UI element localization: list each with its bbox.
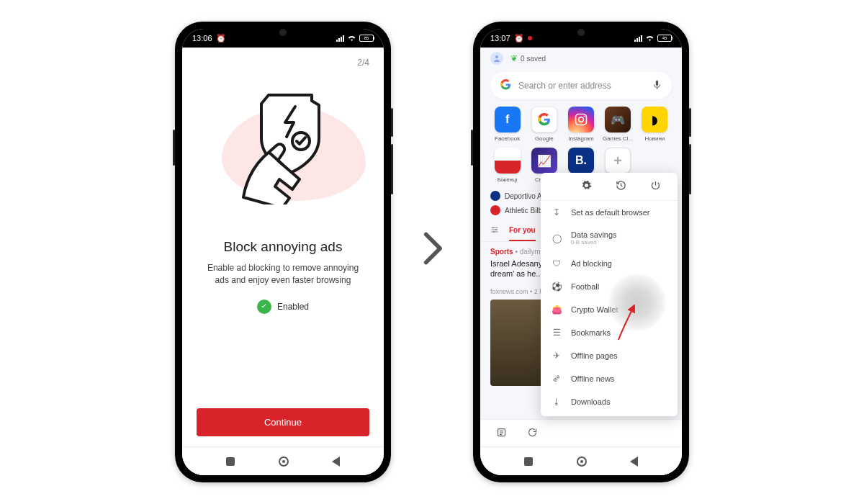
leaf-icon: ❦ <box>510 53 518 63</box>
search-bar[interactable]: Search or enter address <box>490 72 672 99</box>
camera-notch <box>279 29 287 36</box>
side-button <box>173 130 175 166</box>
status-time: 13:07 <box>490 34 510 42</box>
home-icon[interactable] <box>279 456 289 467</box>
svg-point-8 <box>493 231 495 233</box>
adblock-illustration <box>197 68 369 219</box>
gear-icon[interactable] <box>581 180 592 193</box>
profile-avatar-icon[interactable] <box>490 52 503 65</box>
google-logo-icon <box>500 79 511 92</box>
android-nav-bar <box>182 446 384 475</box>
signal-icon <box>634 35 642 42</box>
android-nav-bar <box>480 446 682 475</box>
svg-point-6 <box>492 227 494 228</box>
menu-item-football[interactable]: ⚽Football <box>541 275 678 298</box>
svg-point-5 <box>584 115 585 117</box>
camera-notch <box>577 29 585 36</box>
airplane-icon: ✈ <box>551 351 562 361</box>
menu-item-ad-blocking[interactable]: 🛡Ad blocking <box>541 252 678 275</box>
svg-point-1 <box>495 55 498 58</box>
alarm-icon: ⏰ <box>514 34 524 43</box>
signal-icon <box>336 35 344 42</box>
phone-frame-onboarding: 13:06 ⏰ 85 2/4 <box>175 22 391 482</box>
speed-dial-grid: fFacebook Google Instagram 🎮Games Cl... … <box>480 107 682 183</box>
menu-item-downloads[interactable]: ⭳Downloads <box>541 390 678 413</box>
tab-for-you[interactable]: For you <box>509 220 536 241</box>
recents-icon[interactable] <box>226 457 235 466</box>
side-button <box>689 144 691 194</box>
svg-point-7 <box>495 229 497 230</box>
default-browser-icon: ↧ <box>551 207 562 217</box>
menu-item-bookmarks[interactable]: ☰Bookmarks <box>541 321 678 344</box>
power-icon[interactable] <box>650 180 661 193</box>
side-button <box>391 108 393 137</box>
home-icon[interactable] <box>577 456 587 467</box>
enabled-label: Enabled <box>277 302 309 312</box>
bookmarks-icon: ☰ <box>551 328 562 338</box>
menu-item-crypto-wallet[interactable]: 👛Crypto Wallet <box>541 298 678 321</box>
status-time: 13:06 <box>192 34 212 42</box>
speed-dial-news[interactable]: ◗Новини <box>638 107 672 142</box>
team-badge-icon <box>490 205 500 215</box>
menu-item-data-savings[interactable]: ◯Data savings0 B saved <box>541 224 678 252</box>
side-button <box>689 108 691 137</box>
menu-item-offline-pages[interactable]: ✈Offline pages <box>541 344 678 367</box>
onboarding-title: Block annoying ads <box>197 239 369 255</box>
svg-point-4 <box>579 117 584 122</box>
data-saved-badge[interactable]: ❦ 0 saved <box>510 53 546 63</box>
check-icon <box>257 300 271 314</box>
step-indicator: 2/4 <box>197 58 369 68</box>
menu-item-offline-news[interactable]: 🗞Offline news <box>541 367 678 390</box>
onboarding-desc: Enable ad blocking to remove annoying ad… <box>197 262 369 287</box>
back-icon[interactable] <box>630 456 638 467</box>
main-menu-panel: ↧Set as default browser ◯Data savings0 B… <box>541 173 678 416</box>
battery-icon: 85 <box>359 35 374 42</box>
recents-icon[interactable] <box>524 457 533 466</box>
mic-icon[interactable] <box>652 79 662 93</box>
speed-dial-instagram[interactable]: Instagram <box>564 107 598 142</box>
chevron-right-icon <box>420 230 444 274</box>
svg-rect-2 <box>656 80 658 86</box>
wifi-icon <box>347 34 356 42</box>
phone-frame-browser: 13:07 ⏰ 45 ❦ <box>473 22 689 482</box>
record-dot-icon <box>528 36 532 40</box>
speed-dial-refugees[interactable]: Біженці <box>490 148 524 183</box>
battery-icon: 45 <box>657 35 672 42</box>
side-button <box>391 144 393 194</box>
team-badge-icon <box>490 191 500 201</box>
reader-icon[interactable] <box>496 427 507 440</box>
speed-dial-games[interactable]: 🎮Games Cl... <box>601 107 635 142</box>
download-icon: ⭳ <box>551 397 562 407</box>
data-savings-icon: ◯ <box>551 233 562 243</box>
reload-icon[interactable] <box>527 427 538 440</box>
football-icon: ⚽ <box>551 282 562 292</box>
tune-icon[interactable] <box>490 225 499 236</box>
browser-toolbar <box>480 419 682 446</box>
continue-button[interactable]: Continue <box>197 408 369 436</box>
side-button <box>471 130 473 166</box>
plus-icon: + <box>605 148 631 174</box>
history-icon[interactable] <box>616 180 626 193</box>
speed-dial-facebook[interactable]: fFacebook <box>490 107 524 142</box>
speed-dial-google[interactable]: Google <box>527 107 561 142</box>
alarm-icon: ⏰ <box>216 34 226 43</box>
news-icon: 🗞 <box>551 374 562 384</box>
wifi-icon <box>645 34 654 42</box>
shield-icon: 🛡 <box>551 258 562 269</box>
wallet-icon: 👛 <box>551 305 562 315</box>
back-icon[interactable] <box>332 456 340 467</box>
menu-item-default-browser[interactable]: ↧Set as default browser <box>541 201 678 224</box>
search-placeholder: Search or enter address <box>518 81 645 91</box>
